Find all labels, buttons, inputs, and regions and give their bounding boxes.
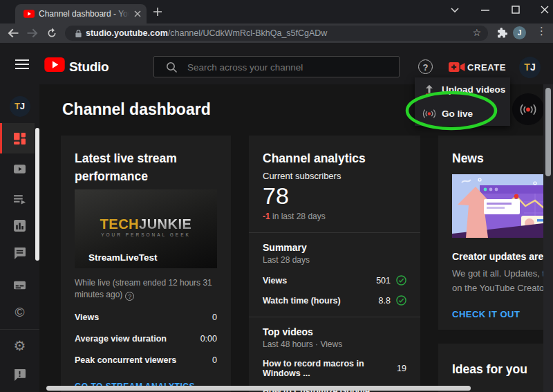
back-button[interactable]	[7, 28, 19, 39]
url-path: /channel/UCdkWmRcl-BkhQa_s5fCgADw	[168, 28, 328, 38]
sidebar-item-copyright[interactable]: ©	[0, 299, 39, 326]
go-live-icon	[421, 109, 438, 119]
channel-avatar[interactable]: TJ	[519, 57, 541, 78]
tab-title-fade	[115, 8, 133, 21]
content-icon	[13, 162, 26, 176]
chrome-menu-kebab-icon[interactable]: ⋮	[536, 25, 547, 37]
reload-button[interactable]	[46, 28, 58, 39]
dashboard-icon	[13, 132, 26, 145]
ideas-card-title: Ideas for you	[452, 360, 553, 378]
browser-titlebar: Channel dashboard - YouTube Stu	[0, 0, 553, 24]
chrome-profile-avatar[interactable]: J	[513, 26, 526, 39]
analytics-icon	[13, 219, 26, 232]
news-body: We got it all. Updates, tips on the YouT…	[452, 266, 553, 295]
news-illustration	[452, 174, 553, 238]
summary-period: Last 28 days	[263, 255, 406, 265]
create-button[interactable]: CREATE	[467, 62, 506, 73]
studio-sidebar: TJ © ⚙	[0, 84, 39, 392]
lock-icon	[75, 29, 82, 38]
news-card-title: News	[452, 149, 553, 167]
while-live-context: While live (stream ended 12 hours 31 min…	[75, 277, 217, 301]
search-input[interactable]	[186, 58, 389, 77]
tab-close-icon[interactable]	[134, 10, 141, 17]
page-title: Channel dashboard	[62, 100, 211, 119]
forward-button[interactable]	[26, 28, 39, 39]
browser-toolbar: studio.youtube.com/channel/UCdkWmRcl-Bkh…	[0, 24, 553, 43]
live-card-title: Latest live stream performance	[75, 149, 217, 185]
vertical-scrollbar[interactable]	[543, 84, 553, 392]
sidebar-scrollbar-thumb[interactable]	[35, 128, 39, 261]
window-minimize-button[interactable]	[480, 5, 491, 15]
sidebar-item-subtitles[interactable]	[0, 271, 39, 299]
sidebar-divider	[0, 329, 39, 330]
address-bar[interactable]: studio.youtube.com/channel/UCdkWmRcl-Bkh…	[65, 26, 488, 41]
menu-item-label: Upload videos	[442, 84, 505, 95]
menu-item-go-live[interactable]: Go live	[415, 102, 510, 126]
hamburger-menu-icon[interactable]	[15, 59, 29, 69]
playlists-icon	[13, 193, 26, 206]
comments-icon	[13, 247, 26, 260]
sidebar-item-content[interactable]	[0, 155, 39, 183]
subscriber-count: 78	[263, 183, 406, 209]
create-dropdown-menu: Upload videos Go live	[415, 77, 510, 126]
youtube-logo[interactable]	[44, 57, 65, 72]
browser-window: Channel dashboard - YouTube Stu studio.y…	[0, 0, 553, 392]
subscriber-delta: -1 in last 28 days	[263, 212, 406, 221]
top-videos-title: Top videos	[263, 326, 406, 337]
dashboard-content: Channel dashboard Latest live stream per…	[39, 84, 553, 392]
news-headline: Creator updates are on	[452, 251, 553, 262]
stat-row-avg-duration: Average view duration0:00	[75, 334, 217, 344]
bookmark-star-icon[interactable]: ☆	[472, 27, 481, 38]
horizontal-scrollbar-thumb[interactable]	[46, 386, 471, 391]
analytics-card-title: Channel analytics	[263, 149, 406, 167]
go-live-icon	[518, 103, 538, 116]
subtitles-icon	[13, 279, 26, 292]
sidebar-item-settings[interactable]: ⚙	[0, 332, 39, 360]
help-icon[interactable]: ?	[418, 59, 433, 74]
vertical-scrollbar-thumb[interactable]	[545, 88, 551, 176]
url-host: studio.youtube.com	[86, 28, 168, 38]
studio-brand-text[interactable]: Studio	[69, 59, 109, 75]
sidebar-item-dashboard[interactable]	[0, 124, 39, 152]
extensions-puzzle-icon[interactable]	[497, 28, 507, 39]
window-close-button[interactable]	[539, 5, 550, 15]
sidebar-channel-avatar[interactable]: TJ	[0, 93, 39, 120]
card-divider	[249, 232, 420, 233]
create-videocam-icon[interactable]	[449, 62, 465, 73]
ideas-card: Ideas for you	[438, 344, 553, 392]
techjunkie-tagline: YOUR PERSONAL GEEK	[75, 232, 217, 237]
help-tooltip-icon[interactable]: ?	[125, 292, 134, 301]
new-tab-button[interactable]	[153, 8, 162, 16]
url-text: studio.youtube.com/channel/UCdkWmRcl-Bkh…	[86, 28, 327, 38]
techjunkie-logo: TECHJUNKIE	[75, 217, 217, 231]
feedback-icon	[13, 368, 26, 382]
go-live-callout-button[interactable]	[512, 93, 544, 125]
avatar: TJ	[10, 96, 30, 117]
upload-icon	[423, 84, 435, 95]
copyright-icon: ©	[15, 305, 25, 320]
menu-item-label: Go live	[442, 109, 473, 119]
check-circle-icon	[396, 275, 406, 286]
browser-tab[interactable]: Channel dashboard - YouTube Stu	[15, 4, 147, 24]
summary-row-watchtime: Watch time (hours) 8.8	[263, 295, 406, 306]
stream-thumbnail[interactable]: TECHJUNKIE YOUR PERSONAL GEEK StreamLive…	[75, 189, 217, 268]
top-video-row[interactable]: How to record macros in Windows ...19	[263, 359, 406, 378]
channel-analytics-card: Channel analytics Current subscribers 78…	[249, 136, 420, 392]
card-divider	[249, 317, 420, 317]
menu-item-upload-videos[interactable]: Upload videos	[415, 77, 510, 102]
window-maximize-button[interactable]	[510, 5, 521, 15]
check-it-out-link[interactable]: CHECK IT OUT	[452, 309, 553, 319]
stat-row-peak-viewers: Peak concurrent viewers0	[75, 355, 217, 365]
youtube-favicon	[24, 10, 35, 18]
summary-title: Summary	[263, 242, 406, 253]
latest-live-stream-card: Latest live stream performance TECHJUNKI…	[61, 136, 231, 392]
sidebar-item-feedback[interactable]	[0, 361, 39, 389]
sidebar-item-comments[interactable]	[0, 239, 39, 267]
search-icon	[166, 62, 178, 73]
search-box[interactable]	[153, 56, 400, 77]
sidebar-item-playlists[interactable]	[0, 185, 39, 213]
tab-search-chevron-icon[interactable]	[449, 5, 460, 15]
sidebar-item-analytics[interactable]	[0, 212, 39, 239]
top-videos-period: Last 48 hours · Views	[263, 339, 406, 349]
news-card: News	[438, 136, 553, 330]
